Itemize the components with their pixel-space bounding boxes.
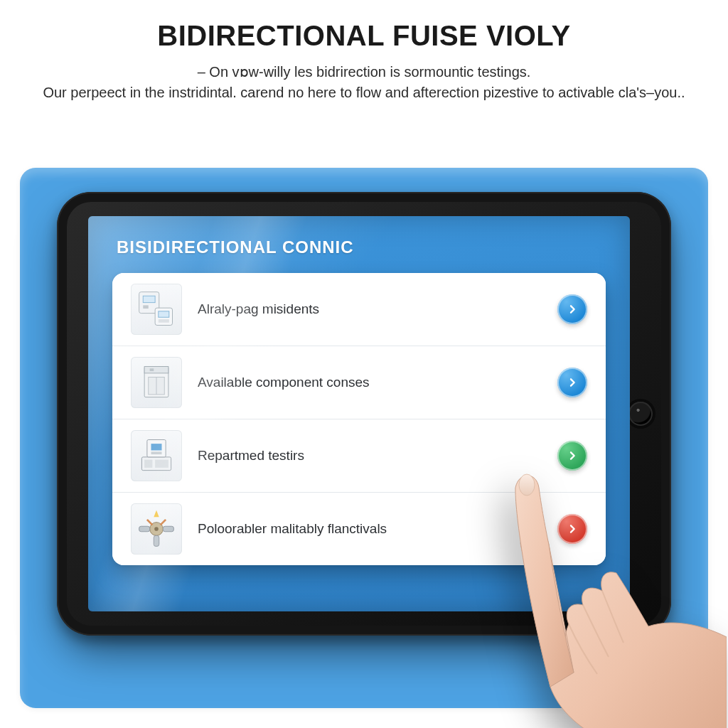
list-item-label: Poloorabler malitably flanctivals xyxy=(198,521,542,537)
promo-stage: BISIDIRECTIONAL CONNIC xyxy=(20,168,708,708)
svg-rect-5 xyxy=(159,319,169,323)
svg-rect-12 xyxy=(144,460,152,468)
enclosure-icon xyxy=(131,357,182,408)
chevron-right-icon[interactable] xyxy=(557,294,587,324)
list-item[interactable]: Poloorabler malitably flanctivals xyxy=(112,493,606,565)
tablet-mockup: BISIDIRECTIONAL CONNIC xyxy=(57,192,671,636)
svg-rect-2 xyxy=(143,305,149,309)
svg-rect-20 xyxy=(163,526,173,532)
svg-rect-16 xyxy=(151,451,162,454)
chevron-right-icon[interactable] xyxy=(557,368,587,397)
list-item[interactable]: Alraly-pag misidents xyxy=(112,273,606,346)
svg-point-22 xyxy=(154,527,159,531)
list-item[interactable]: Repartmed testirs xyxy=(112,419,606,493)
chevron-right-icon[interactable] xyxy=(557,441,587,471)
svg-line-23 xyxy=(147,520,153,525)
svg-rect-7 xyxy=(144,367,168,373)
page-subtitle: – On vɒw-willy les bidrirection is sormo… xyxy=(0,62,728,103)
tablet-screen: BISIDIRECTIONAL CONNIC xyxy=(88,216,630,611)
svg-rect-4 xyxy=(159,311,169,317)
svg-rect-10 xyxy=(150,368,154,371)
meter-devices-icon xyxy=(131,284,182,335)
options-list: Alraly-pag misidents xyxy=(112,273,606,565)
svg-rect-13 xyxy=(155,460,168,468)
test-machine-icon xyxy=(131,430,182,481)
svg-rect-15 xyxy=(151,444,162,450)
svg-rect-19 xyxy=(139,526,150,532)
list-item-label: Repartmed testirs xyxy=(198,448,542,464)
list-item[interactable]: Available component conses xyxy=(112,346,606,419)
valve-assembly-icon xyxy=(131,503,182,555)
svg-marker-17 xyxy=(154,510,159,517)
page-title: BIDIRECTIONAL FUISE VIOLY xyxy=(0,20,728,52)
svg-rect-21 xyxy=(154,535,159,546)
app-title: BISIDIRECTIONAL CONNIC xyxy=(88,216,630,273)
svg-rect-1 xyxy=(143,296,155,302)
list-item-label: Available component conses xyxy=(198,375,542,390)
list-item-label: Alraly-pag misidents xyxy=(198,301,542,317)
svg-line-24 xyxy=(161,520,166,525)
home-button-icon xyxy=(628,402,653,426)
chevron-right-icon[interactable] xyxy=(557,514,587,544)
